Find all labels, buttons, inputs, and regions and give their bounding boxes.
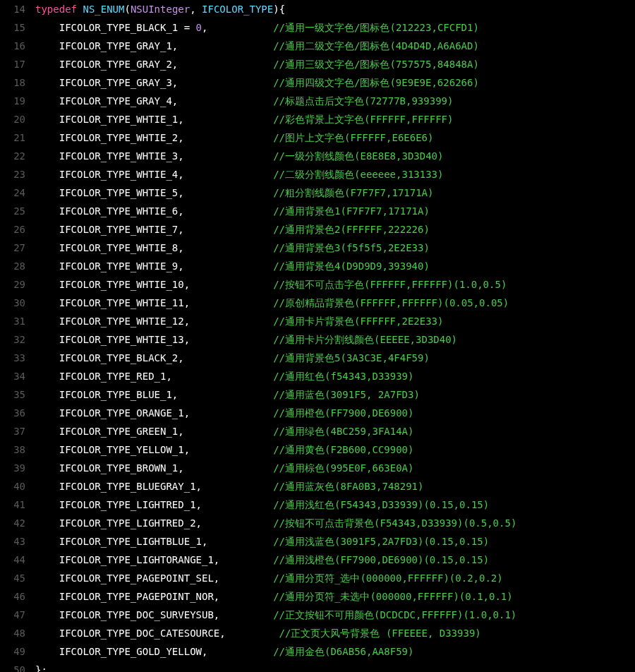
line-content: IFCOLOR_TYPE_BLACK_2, //通用背景色5(3A3C3E,4F… — [35, 349, 635, 367]
enum-close: }; — [35, 664, 47, 672]
comment: //通用绿色(4BC259,3FA14A) — [273, 426, 413, 437]
line-number: 49 — [0, 642, 35, 661]
code-line[interactable]: 45 IFCOLOR_TYPE_PAGEPOINT_SEL, //通用分页符_选… — [0, 569, 635, 587]
line-number: 18 — [0, 73, 35, 92]
line-content: IFCOLOR_TYPE_LIGHTBLUE_1, //通用浅蓝色(3091F5… — [35, 532, 635, 551]
enum-member: IFCOLOR_TYPE_LIGHTRED_1, — [59, 499, 202, 510]
line-content: typedef NS_ENUM(NSUInteger, IFCOLOR_TYPE… — [35, 0, 635, 18]
enum-member: IFCOLOR_TYPE_DOC_CATESOURCE, — [59, 628, 226, 639]
macro-nsenum: NS_ENUM — [83, 4, 124, 15]
comment: //正文页大风号背景色 (FFEEEE, D33939) — [273, 628, 481, 639]
line-number: 37 — [0, 422, 35, 440]
code-line[interactable]: 48 IFCOLOR_TYPE_DOC_CATESOURCE, //正文页大风号… — [0, 624, 635, 642]
code-line[interactable]: 40 IFCOLOR_TYPE_BLUEGRAY_1, //通用蓝灰色(8FA0… — [0, 477, 635, 496]
line-number: 19 — [0, 92, 35, 110]
enum-member: IFCOLOR_TYPE_GRAY_2, — [59, 59, 179, 70]
comment: //通用分页符_选中(000000,FFFFFF)(0.2,0.2) — [273, 572, 503, 584]
code-line[interactable]: 29 IFCOLOR_TYPE_WHTIE_10, //按钮不可点击字色(FFF… — [0, 275, 635, 294]
line-content: IFCOLOR_TYPE_WHTIE_10, //按钮不可点击字色(FFFFFF… — [35, 275, 635, 294]
enum-member: IFCOLOR_TYPE_WHTIE_3, — [59, 150, 184, 162]
code-line[interactable]: 21 IFCOLOR_TYPE_WHTIE_2, //图片上文字色(FFFFFF… — [0, 128, 635, 147]
line-content: IFCOLOR_TYPE_GRAY_3, //通用四级文字色/图标色(9E9E9… — [35, 73, 635, 92]
line-content: IFCOLOR_TYPE_DOC_CATESOURCE, //正文页大风号背景色… — [35, 624, 635, 642]
comment: //一级分割线颜色(E8E8E8,3D3D40) — [273, 150, 443, 162]
line-content: IFCOLOR_TYPE_BLACK_1 = 0, //通用一级文字色/图标色(… — [35, 18, 635, 37]
code-line[interactable]: 46 IFCOLOR_TYPE_PAGEPOINT_NOR, //通用分页符_未… — [0, 587, 635, 606]
enum-name: IFCOLOR_TYPE — [202, 4, 273, 15]
comment: //通用背景色1(F7F7F7,17171A) — [273, 205, 430, 217]
enum-member: IFCOLOR_TYPE_PAGEPOINT_NOR, — [59, 591, 220, 602]
code-line[interactable]: 19 IFCOLOR_TYPE_GRAY_4, //标题点击后文字色(72777… — [0, 92, 635, 110]
code-line[interactable]: 23 IFCOLOR_TYPE_WHTIE_4, //二级分割线颜色(eeeee… — [0, 165, 635, 184]
enum-member: IFCOLOR_TYPE_WHTIE_13, — [59, 334, 190, 345]
line-number: 44 — [0, 551, 35, 569]
code-line[interactable]: 26 IFCOLOR_TYPE_WHTIE_7, //通用背景色2(FFFFFF… — [0, 220, 635, 239]
code-line[interactable]: 20 IFCOLOR_TYPE_WHTIE_1, //彩色背景上文字色(FFFF… — [0, 110, 635, 128]
comment: //通用三级文字色/图标色(757575,84848A) — [273, 59, 479, 70]
line-number: 17 — [0, 55, 35, 73]
code-line[interactable]: 49 IFCOLOR_TYPE_GOLD_YELLOW, //通用金色(D6AB… — [0, 642, 635, 661]
enum-member: IFCOLOR_TYPE_PAGEPOINT_SEL, — [59, 572, 220, 584]
line-content: IFCOLOR_TYPE_GREEN_1, //通用绿色(4BC259,3FA1… — [35, 422, 635, 440]
code-line[interactable]: 36 IFCOLOR_TYPE_ORANGE_1, //通用橙色(FF7900,… — [0, 404, 635, 422]
line-content: IFCOLOR_TYPE_DOC_SURVEYSUB, //正文按钮不可用颜色(… — [35, 606, 635, 624]
code-line[interactable]: 16 IFCOLOR_TYPE_GRAY_1, //通用二级文字色/图标色(4D… — [0, 37, 635, 55]
line-number: 50 — [0, 661, 35, 672]
line-number: 22 — [0, 147, 35, 165]
code-line[interactable]: 15 IFCOLOR_TYPE_BLACK_1 = 0, //通用一级文字色/图… — [0, 18, 635, 37]
code-line[interactable]: 37 IFCOLOR_TYPE_GREEN_1, //通用绿色(4BC259,3… — [0, 422, 635, 440]
comment: //通用一级文字色/图标色(212223,CFCFD1) — [273, 22, 479, 33]
code-line[interactable]: 44 IFCOLOR_TYPE_LIGHTORANGE_1, //通用浅橙色(F… — [0, 551, 635, 569]
code-line[interactable]: 27 IFCOLOR_TYPE_WHTIE_8, //通用背景色3(f5f5f5… — [0, 239, 635, 257]
line-content: IFCOLOR_TYPE_YELLOW_1, //通用黄色(F2B600,CC9… — [35, 440, 635, 459]
code-line[interactable]: 38 IFCOLOR_TYPE_YELLOW_1, //通用黄色(F2B600,… — [0, 440, 635, 459]
line-content: IFCOLOR_TYPE_GRAY_2, //通用三级文字色/图标色(75757… — [35, 55, 635, 73]
line-content: IFCOLOR_TYPE_ORANGE_1, //通用橙色(FF7900,DE6… — [35, 404, 635, 422]
enum-member: IFCOLOR_TYPE_WHTIE_9, — [59, 260, 184, 272]
code-line[interactable]: 14typedef NS_ENUM(NSUInteger, IFCOLOR_TY… — [0, 0, 635, 18]
line-content: IFCOLOR_TYPE_LIGHTRED_1, //通用浅红色(F54343,… — [35, 496, 635, 514]
enum-member: IFCOLOR_TYPE_WHTIE_10, — [59, 279, 190, 290]
comment: //通用卡片背景色(FFFFFF,2E2E33) — [273, 316, 443, 327]
line-number: 32 — [0, 330, 35, 349]
line-content: IFCOLOR_TYPE_BLUEGRAY_1, //通用蓝灰色(8FA0B3,… — [35, 477, 635, 496]
code-line[interactable]: 30 IFCOLOR_TYPE_WHTIE_11, //原创精品背景色(FFFF… — [0, 294, 635, 312]
comment: //通用背景色5(3A3C3E,4F4F59) — [273, 352, 430, 364]
enum-member: IFCOLOR_TYPE_GOLD_YELLOW, — [59, 646, 208, 657]
code-line[interactable]: 43 IFCOLOR_TYPE_LIGHTBLUE_1, //通用浅蓝色(309… — [0, 532, 635, 551]
enum-member: IFCOLOR_TYPE_GREEN_1, — [59, 426, 184, 437]
line-content: IFCOLOR_TYPE_GRAY_4, //标题点击后文字色(72777B,9… — [35, 92, 635, 110]
code-line[interactable]: 32 IFCOLOR_TYPE_WHTIE_13, //通用卡片分割线颜色(EE… — [0, 330, 635, 349]
line-number: 20 — [0, 110, 35, 128]
code-line[interactable]: 33 IFCOLOR_TYPE_BLACK_2, //通用背景色5(3A3C3E… — [0, 349, 635, 367]
keyword-typedef: typedef — [35, 4, 77, 15]
code-line[interactable]: 25 IFCOLOR_TYPE_WHTIE_6, //通用背景色1(F7F7F7… — [0, 202, 635, 220]
comment: //通用二级文字色/图标色(4D4D4D,A6A6AD) — [273, 40, 479, 52]
code-editor[interactable]: 14typedef NS_ENUM(NSUInteger, IFCOLOR_TY… — [0, 0, 635, 672]
code-line[interactable]: 18 IFCOLOR_TYPE_GRAY_3, //通用四级文字色/图标色(9E… — [0, 73, 635, 92]
code-line[interactable]: 17 IFCOLOR_TYPE_GRAY_2, //通用三级文字色/图标色(75… — [0, 55, 635, 73]
code-line[interactable]: 50}; — [0, 661, 635, 672]
enum-member: IFCOLOR_TYPE_WHTIE_12, — [59, 316, 190, 327]
comment: //原创精品背景色(FFFFFF,FFFFFF)(0.05,0.05) — [273, 297, 509, 308]
code-line[interactable]: 39 IFCOLOR_TYPE_BROWN_1, //通用棕色(995E0F,6… — [0, 459, 635, 477]
code-line[interactable]: 42 IFCOLOR_TYPE_LIGHTRED_2, //按钮不可点击背景色(… — [0, 514, 635, 532]
code-line[interactable]: 22 IFCOLOR_TYPE_WHTIE_3, //一级分割线颜色(E8E8E… — [0, 147, 635, 165]
enum-member: IFCOLOR_TYPE_BROWN_1, — [59, 462, 184, 474]
code-line[interactable]: 34 IFCOLOR_TYPE_RED_1, //通用红色(f54343,D33… — [0, 367, 635, 385]
enum-member: IFCOLOR_TYPE_WHTIE_6, — [59, 205, 184, 217]
code-line[interactable]: 28 IFCOLOR_TYPE_WHTIE_9, //通用背景色4(D9D9D9… — [0, 257, 635, 275]
comment: //通用黄色(F2B600,CC9900) — [273, 444, 413, 455]
code-line[interactable]: 35 IFCOLOR_TYPE_BLUE_1, //通用蓝色(3091F5, 2… — [0, 385, 635, 404]
code-line[interactable]: 31 IFCOLOR_TYPE_WHTIE_12, //通用卡片背景色(FFFF… — [0, 312, 635, 330]
line-content: IFCOLOR_TYPE_LIGHTORANGE_1, //通用浅橙色(FF79… — [35, 551, 635, 569]
line-content: IFCOLOR_TYPE_WHTIE_7, //通用背景色2(FFFFFF,22… — [35, 220, 635, 239]
enum-member: IFCOLOR_TYPE_WHTIE_8, — [59, 242, 184, 253]
code-line[interactable]: 41 IFCOLOR_TYPE_LIGHTRED_1, //通用浅红色(F543… — [0, 496, 635, 514]
line-content: IFCOLOR_TYPE_LIGHTRED_2, //按钮不可点击背景色(F54… — [35, 514, 635, 532]
line-content: IFCOLOR_TYPE_WHTIE_8, //通用背景色3(f5f5f5,2E… — [35, 239, 635, 257]
code-line[interactable]: 47 IFCOLOR_TYPE_DOC_SURVEYSUB, //正文按钮不可用… — [0, 606, 635, 624]
enum-member: IFCOLOR_TYPE_LIGHTBLUE_1, — [59, 536, 208, 547]
line-content: IFCOLOR_TYPE_PAGEPOINT_NOR, //通用分页符_未选中(… — [35, 587, 635, 606]
code-line[interactable]: 24 IFCOLOR_TYPE_WHTIE_5, //粗分割线颜色(F7F7F7… — [0, 184, 635, 202]
